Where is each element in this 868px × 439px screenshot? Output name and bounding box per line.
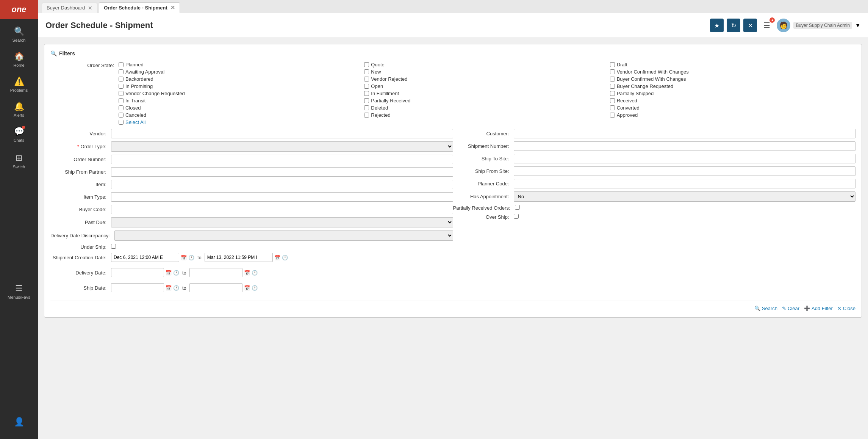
item-input[interactable] — [111, 180, 453, 189]
past-due-select[interactable] — [111, 217, 453, 227]
order-number-input[interactable] — [111, 155, 453, 164]
checkbox-new-input[interactable] — [364, 69, 369, 74]
checkbox-buyer-change-requested[interactable]: Buyer Change Requested — [610, 83, 855, 89]
checkbox-buyer-confirmed-with-changes-input[interactable] — [610, 77, 615, 82]
clock-icon-dd-to[interactable]: 🕐 — [252, 270, 258, 276]
clock-icon-scd-to[interactable]: 🕐 — [282, 255, 288, 260]
refresh-button[interactable]: ↻ — [727, 19, 740, 32]
sidebar-item-problems[interactable]: ⚠️ Problems — [0, 72, 38, 97]
checkbox-partially-shipped[interactable]: Partially Shipped — [610, 91, 855, 96]
calendar-icon-sd-from[interactable]: 📅 — [166, 285, 172, 291]
search-link[interactable]: 🔍 Search — [754, 306, 777, 311]
checkbox-draft-input[interactable] — [610, 62, 615, 67]
clock-icon-dd-from[interactable]: 🕐 — [173, 270, 179, 276]
checkbox-in-transit-input[interactable] — [119, 98, 124, 103]
checkbox-converted-input[interactable] — [610, 105, 615, 110]
checkbox-buyer-confirmed-with-changes[interactable]: Buyer Confirmed With Changes — [610, 76, 855, 82]
checkbox-received-input[interactable] — [610, 98, 615, 103]
favorite-button[interactable]: ★ — [710, 19, 724, 32]
ship-date-to-input[interactable] — [189, 283, 242, 292]
ship-from-partner-input[interactable] — [111, 167, 453, 177]
checkbox-open-input[interactable] — [364, 84, 369, 89]
select-all-link[interactable]: Select All — [125, 119, 145, 125]
clear-link[interactable]: ✎ Clear — [782, 306, 799, 311]
user-dropdown-button[interactable]: ▼ — [855, 22, 860, 28]
ship-date-from-input[interactable] — [111, 283, 164, 292]
checkbox-select-all-input[interactable] — [119, 120, 124, 125]
tab-buyer-dashboard[interactable]: Buyer Dashboard ✕ — [42, 3, 97, 13]
checkbox-partially-shipped-input[interactable] — [610, 91, 615, 96]
item-type-input[interactable] — [111, 192, 453, 202]
clock-icon-scd-from[interactable]: 🕐 — [188, 255, 194, 260]
shipment-creation-date-to-input[interactable] — [205, 253, 273, 262]
checkbox-partially-received[interactable]: Partially Received — [364, 98, 610, 103]
customer-input[interactable] — [514, 129, 856, 138]
checkbox-planned-input[interactable] — [119, 62, 124, 67]
checkbox-awaiting-approval-input[interactable] — [119, 69, 124, 74]
close-link[interactable]: ✕ Close — [837, 306, 855, 311]
checkbox-new[interactable]: New — [364, 69, 610, 75]
sidebar-item-menus[interactable]: ☰ Menus/Favs — [0, 279, 38, 307]
delivery-date-discrepancy-select[interactable] — [114, 230, 453, 241]
checkbox-approved-input[interactable] — [610, 113, 615, 118]
ship-to-site-input[interactable] — [514, 154, 856, 163]
checkbox-planned[interactable]: Planned — [119, 62, 364, 67]
checkbox-deleted-input[interactable] — [364, 105, 369, 110]
checkbox-awaiting-approval[interactable]: Awaiting Approval — [119, 69, 364, 75]
checkbox-in-transit[interactable]: In Transit — [119, 98, 364, 103]
checkbox-in-promising[interactable]: In Promising — [119, 83, 364, 89]
checkbox-closed-input[interactable] — [119, 105, 124, 110]
checkbox-deleted[interactable]: Deleted — [364, 105, 610, 111]
calendar-icon-sd-to[interactable]: 📅 — [244, 285, 250, 291]
has-appointment-select[interactable]: No Yes — [514, 191, 856, 202]
checkbox-quote[interactable]: Quote — [364, 62, 610, 67]
sidebar-item-home[interactable]: 🏠 Home — [0, 47, 38, 72]
checkbox-open[interactable]: Open — [364, 83, 610, 89]
delivery-date-to-input[interactable] — [189, 268, 242, 277]
checkbox-draft[interactable]: Draft — [610, 62, 855, 67]
checkbox-rejected-input[interactable] — [364, 113, 369, 118]
delivery-date-from-input[interactable] — [111, 268, 164, 277]
planner-code-input[interactable] — [514, 179, 856, 188]
sidebar-item-switch[interactable]: ⊞ Switch — [0, 149, 38, 174]
checkbox-backordered-input[interactable] — [119, 77, 124, 82]
clock-icon-sd-from[interactable]: 🕐 — [173, 285, 179, 291]
close-page-button[interactable]: ✕ — [743, 19, 757, 32]
checkbox-received[interactable]: Received — [610, 98, 855, 103]
buyer-code-input[interactable] — [111, 205, 453, 214]
checkbox-vendor-confirmed-with-changes-input[interactable] — [610, 69, 615, 74]
calendar-icon-scd-from[interactable]: 📅 — [181, 255, 187, 260]
add-filter-link[interactable]: ➕ Add Filter — [804, 306, 833, 311]
sidebar-item-search[interactable]: 🔍 Search — [0, 22, 38, 47]
vendor-input[interactable] — [111, 129, 453, 138]
over-ship-checkbox[interactable] — [514, 214, 519, 219]
checkbox-in-fulfillment-input[interactable] — [364, 91, 369, 96]
sidebar-item-alerts[interactable]: 🔔 Alerts — [0, 97, 38, 122]
clock-icon-sd-to[interactable]: 🕐 — [252, 285, 258, 291]
checkbox-partially-received-input[interactable] — [364, 98, 369, 103]
order-type-select[interactable] — [111, 141, 453, 152]
partially-received-orders-checkbox[interactable] — [515, 205, 520, 210]
sidebar-item-chats[interactable]: 💬 Chats — [0, 122, 38, 147]
checkbox-in-promising-input[interactable] — [119, 84, 124, 89]
checkbox-rejected[interactable]: Rejected — [364, 112, 610, 118]
under-ship-checkbox[interactable] — [111, 244, 116, 249]
checkbox-select-all[interactable]: Select All — [119, 119, 364, 125]
shipment-number-input[interactable] — [514, 141, 856, 151]
checkbox-approved[interactable]: Approved — [610, 112, 855, 118]
checkbox-canceled-input[interactable] — [119, 113, 124, 118]
checkbox-converted[interactable]: Converted — [610, 105, 855, 111]
shipment-creation-date-from-input[interactable] — [111, 253, 179, 262]
checkbox-quote-input[interactable] — [364, 62, 369, 67]
tab-order-schedule-shipment[interactable]: Order Schedule - Shipment ✕ — [99, 2, 180, 13]
checkbox-buyer-change-requested-input[interactable] — [610, 84, 615, 89]
checkbox-vendor-change-requested-input[interactable] — [119, 91, 124, 96]
sidebar-item-user-avatar[interactable]: 👤 — [11, 412, 27, 433]
ship-from-site-input[interactable] — [514, 166, 856, 176]
close-tab-order-schedule[interactable]: ✕ — [170, 5, 175, 11]
close-tab-buyer-dashboard[interactable]: ✕ — [88, 5, 92, 11]
checkbox-vendor-confirmed-with-changes[interactable]: Vendor Confirmed With Changes — [610, 69, 855, 75]
checkbox-closed[interactable]: Closed — [119, 105, 364, 111]
checkbox-canceled[interactable]: Canceled — [119, 112, 364, 118]
checkbox-backordered[interactable]: Backordered — [119, 76, 364, 82]
